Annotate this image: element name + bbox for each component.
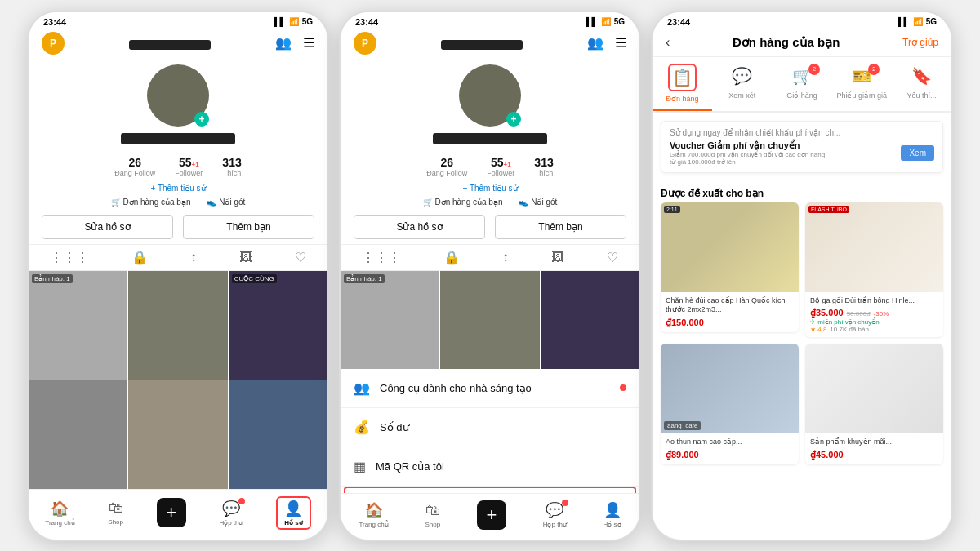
grid-tab-2[interactable]: ⋮⋮⋮ (362, 250, 401, 265)
product-price-2: ₫35.000 (810, 308, 844, 318)
menu-balance[interactable]: 💰 Số dư (341, 408, 639, 447)
cuoc-cung-label: CUỘC CÙNG (232, 274, 277, 283)
status-bar-1: 23:44 ▌▌ 📶 5G (29, 12, 327, 29)
nav-profile-2[interactable]: 👤 Hồ sơ (604, 501, 621, 528)
edit-profile-btn-2[interactable]: Sửa hồ sơ (354, 215, 485, 239)
orders-link-1[interactable]: 🛒 Đơn hàng của bạn (111, 198, 191, 207)
video-cell-4[interactable] (29, 380, 127, 489)
nav-home-1[interactable]: 🏠 Trang chủ (45, 500, 74, 527)
like-tab-2[interactable]: ♡ (607, 250, 618, 265)
username-display-1 (121, 133, 235, 144)
video-cell-6[interactable] (229, 380, 327, 489)
product-price-4: ₫45.000 (810, 450, 938, 460)
stat-following-2: 26 Đang Follow (426, 156, 467, 177)
tab-review[interactable]: 💬 Xem xét (712, 64, 772, 111)
phone-3: 23:44 ▌▌ 📶 5G ‹ Đơn hàng của bạn Trợ giú… (651, 11, 953, 541)
header-right-1: 👥 ☰ (275, 35, 314, 51)
nav-plus-1[interactable]: + (157, 498, 186, 527)
review-tab-label: Xem xét (728, 91, 755, 100)
product-info-4: Sản phẩm khuyến mãi... ₫45.000 (805, 433, 943, 464)
rating-row: ★ 4.8 10.7K đã bán (810, 326, 938, 333)
inbox-label-2: Hộp thư (543, 521, 567, 528)
menu-icon-2: ☰ (615, 35, 626, 51)
lock-tab-2[interactable]: 🔒 (443, 250, 460, 265)
orders-link-2[interactable]: 🛒 Đơn hàng của bạn (423, 198, 503, 207)
following-label-2: Đang Follow (426, 169, 467, 177)
noi-got-link-2[interactable]: 👟 Nối gót (519, 198, 557, 207)
help-button[interactable]: Trợ giúp (902, 37, 938, 48)
product-info-2: Bộ ga gối Đùi trần bông Hinle... ₫35.000… (805, 292, 943, 338)
repost-tab-2[interactable]: ↕ (502, 250, 509, 265)
voucher-badge: 2 (868, 64, 880, 75)
menu-qr[interactable]: ▦ Mã QR của tôi (341, 447, 639, 487)
grid-tab[interactable]: ⋮⋮⋮ (50, 250, 89, 265)
photo-tab[interactable]: 🖼 (239, 250, 252, 265)
voucher-view-btn[interactable]: Xem (901, 145, 934, 161)
add-friend-btn-1[interactable]: Thêm bạn (183, 215, 314, 239)
nav-profile-1[interactable]: 👤 Hồ sơ (276, 496, 310, 530)
plus-icon-2[interactable]: + (477, 500, 506, 530)
draft-label-2: Bản nháp: 1 (344, 274, 385, 283)
shop-label-1: Shop (108, 518, 123, 526)
product-wrap-4: Sản phẩm khuyến mãi... ₫45.000 (805, 344, 943, 464)
stat-likes-2: 313 Thích (534, 156, 553, 177)
avatar-plus-2[interactable]: + (506, 112, 521, 127)
noi-got-link-1[interactable]: 👟 Nối gót (207, 198, 245, 207)
video-cell-2-1[interactable]: Bản nháp: 1 (341, 271, 439, 369)
video-cell-5[interactable] (128, 380, 227, 489)
avatar-plus-1[interactable]: + (194, 112, 209, 127)
time-1: 23:44 (43, 17, 66, 27)
following-label: Đang Follow (114, 169, 155, 177)
back-button[interactable]: ‹ (666, 35, 670, 50)
tab-voucher[interactable]: 🎫 2 Phiếu giảm giá (832, 64, 892, 111)
tabs-row-1: ⋮⋮⋮ 🔒 ↕ 🖼 ♡ (29, 244, 327, 271)
nav-shop-2[interactable]: 🛍 Shop (425, 502, 440, 528)
shop-icon-2: 🛍 (425, 502, 440, 519)
nav-shop-1[interactable]: 🛍 Shop (108, 500, 123, 526)
plus-icon-1[interactable]: + (157, 498, 186, 527)
avatar-2: + (459, 64, 521, 127)
product-card-4[interactable]: Sản phẩm khuyến mãi... ₫45.000 (805, 344, 943, 464)
people-icon: 👥 (275, 35, 292, 51)
nav-inbox-2[interactable]: 💬 Hộp thư (543, 501, 567, 528)
photo-tab-2[interactable]: 🖼 (551, 250, 564, 265)
nav-inbox-1[interactable]: 💬 Hộp thư (219, 500, 243, 527)
menu-creator-tools[interactable]: 👥 Công cụ dành cho nhà sáng tạo (341, 369, 639, 408)
review-tab-icon: 💬 (729, 64, 755, 88)
like-tab[interactable]: ♡ (295, 250, 306, 265)
status-icons-2: ▌▌ 📶 5G (586, 17, 625, 26)
signal-icon: ▌▌ (274, 17, 285, 26)
tab-cart[interactable]: 🛒 2 Giỏ hàng (772, 64, 831, 111)
followers-num: 55+1 (179, 156, 199, 169)
tab-orders[interactable]: 📋 Đơn hàng (653, 64, 712, 111)
product-card-1[interactable]: 2:11 Chăn hè đùi cao cấp Hàn Quốc kích t… (661, 202, 799, 332)
tab-wishlist[interactable]: 🔖 Yêu thí... (892, 64, 951, 111)
product-img-3: aang_cafe (661, 344, 799, 433)
battery-2: 5G (614, 17, 625, 26)
following-num-2: 26 (441, 156, 454, 169)
tieu-su-2[interactable]: + Thêm tiểu sử (341, 182, 639, 194)
likes-label-2: Thích (535, 169, 554, 177)
menu-section-2: 👥 Công cụ dành cho nhà sáng tạo 💰 Số dư … (341, 369, 639, 493)
video-grid-2: Bản nháp: 1 (341, 271, 639, 369)
followers-num-2: 55+1 (491, 156, 511, 169)
repost-tab[interactable]: ↕ (190, 250, 197, 265)
tieu-su-1[interactable]: + Thêm tiểu sử (29, 182, 327, 194)
orders-tab-label: Đơn hàng (666, 95, 699, 103)
video-cell-2-3[interactable] (541, 271, 639, 369)
add-friend-btn-2[interactable]: Thêm bạn (495, 215, 626, 239)
tabs-row-2: ⋮⋮⋮ 🔒 ↕ 🖼 ♡ (341, 244, 639, 271)
product-name-1: Chăn hè đùi cao cấp Hàn Quốc kích thước … (666, 296, 794, 315)
nav-home-2[interactable]: 🏠 Trang chủ (359, 501, 388, 528)
balance-icon: 💰 (354, 420, 370, 435)
lock-tab[interactable]: 🔒 (131, 250, 148, 265)
edit-profile-btn-1[interactable]: Sửa hồ sơ (42, 215, 173, 239)
nav-plus-2[interactable]: + (477, 500, 506, 530)
product-info-1: Chăn hè đùi cao cấp Hàn Quốc kích thước … (661, 292, 799, 332)
product-card-2[interactable]: FLASH TUBO Bộ ga gối Đùi trần bông Hinle… (805, 202, 943, 338)
profile-label-2: Hồ sơ (604, 521, 621, 528)
product-card-3[interactable]: aang_cafe Áo thun nam cao cấp... ₫89.000 (661, 344, 799, 464)
menu-settings[interactable]: ⚙ Cài đặt và quyền riêng tư (344, 487, 636, 493)
video-cell-2-2[interactable] (440, 271, 539, 369)
home-label-2: Trang chủ (359, 521, 388, 528)
